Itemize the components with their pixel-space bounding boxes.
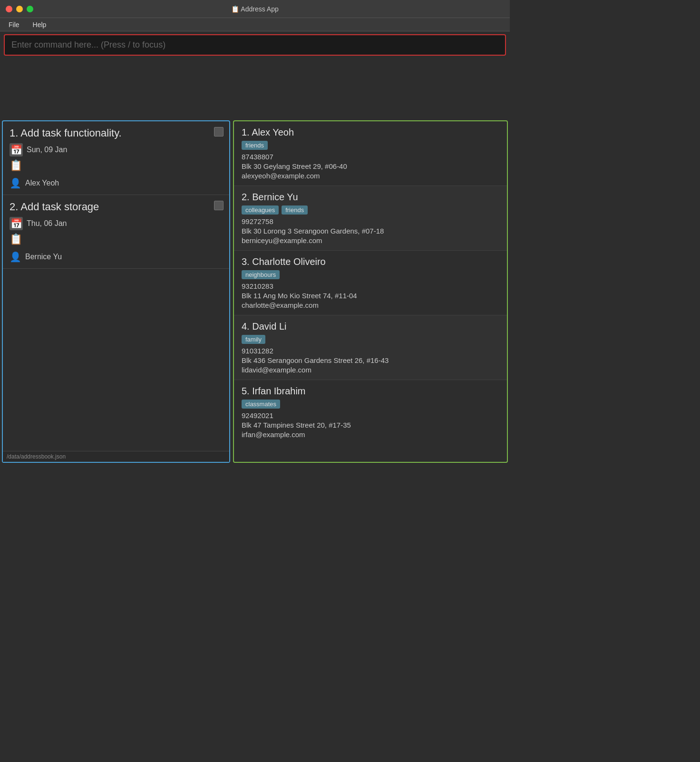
contact-phone: 92492021 — [242, 411, 499, 420]
contact-email: lidavid@example.com — [242, 366, 499, 374]
project-icon-1: 📋 — [10, 159, 223, 175]
contact-name: 3. Charlotte Oliveiro — [242, 256, 499, 267]
contact-tags: colleaguesfriends — [242, 205, 499, 215]
contact-tag: classmates — [242, 400, 280, 409]
contact-phone: 87438807 — [242, 153, 499, 161]
contact-tag: colleagues — [242, 205, 279, 215]
contact-tags: friends — [242, 141, 499, 150]
project-icon-2: 📋 — [10, 233, 223, 248]
contact-phone: 99272758 — [242, 217, 499, 225]
task-date-row-1: 📅 Sun, 09 Jan — [10, 143, 223, 156]
task-assignee-1: Alex Yeoh — [25, 179, 59, 187]
contact-tag: neighbours — [242, 270, 280, 279]
maximize-button[interactable] — [27, 6, 33, 12]
contact-name: 2. Bernice Yu — [242, 192, 499, 203]
command-input[interactable] — [4, 34, 506, 56]
contact-item: 4. David Lifamily91031282Blk 436 Serango… — [234, 315, 507, 380]
contact-address: Blk 30 Lorong 3 Serangoon Gardens, #07-1… — [242, 227, 499, 235]
task-assignee-row-1: 👤 Alex Yeoh — [10, 177, 223, 189]
contact-address: Blk 11 Ang Mo Kio Street 74, #11-04 — [242, 292, 499, 300]
status-bar: /data/addressbook.json — [3, 451, 229, 462]
contact-name: 1. Alex Yeoh — [242, 127, 499, 138]
task-assignee-row-2: 👤 Bernice Yu — [10, 251, 223, 263]
task-item: 2. Add task storage 📅 Thu, 06 Jan 📋 👤 Be… — [3, 195, 229, 269]
spacer-area — [0, 59, 510, 120]
contact-tags: neighbours — [242, 270, 499, 279]
contact-tag: friends — [242, 141, 268, 150]
contact-email: irfan@example.com — [242, 430, 499, 439]
task-checkbox-1[interactable] — [214, 127, 224, 137]
project-emoji-1: 📋 — [10, 159, 25, 175]
contact-tag: family — [242, 335, 265, 344]
task-checkbox-2[interactable] — [214, 201, 224, 210]
minimize-button[interactable] — [16, 6, 23, 12]
project-emoji-2: 📋 — [10, 233, 25, 248]
contact-tag: friends — [282, 205, 308, 215]
task-item: 1. Add task functionality. 📅 Sun, 09 Jan… — [3, 121, 229, 195]
title-bar: 📋 Address App — [0, 0, 510, 18]
calendar-icon-1: 📅 — [10, 143, 23, 156]
task-date-2: Thu, 06 Jan — [27, 219, 67, 228]
close-button[interactable] — [6, 6, 12, 12]
contact-item: 3. Charlotte Oliveironeighbours93210283B… — [234, 251, 507, 315]
status-text: /data/addressbook.json — [7, 453, 66, 460]
contact-email: charlotte@example.com — [242, 301, 499, 309]
main-content: 1. Add task functionality. 📅 Sun, 09 Jan… — [0, 120, 510, 465]
task-title-1: 1. Add task functionality. — [10, 127, 223, 139]
tasks-panel: 1. Add task functionality. 📅 Sun, 09 Jan… — [2, 120, 230, 463]
person-icon-1: 👤 — [10, 177, 21, 189]
person-icon-2: 👤 — [10, 251, 21, 263]
calendar-icon-2: 📅 — [10, 217, 23, 230]
contact-tags: family — [242, 335, 499, 344]
app-title: 📋 Address App — [231, 5, 279, 13]
menu-file[interactable]: File — [6, 20, 22, 29]
traffic-lights — [6, 6, 33, 12]
task-assignee-2: Bernice Yu — [25, 253, 62, 261]
contact-phone: 93210283 — [242, 282, 499, 290]
command-bar — [0, 31, 510, 59]
contact-item: 1. Alex Yeohfriends87438807Blk 30 Geylan… — [234, 121, 507, 186]
contact-name: 4. David Li — [242, 321, 499, 332]
contact-name: 5. Irfan Ibrahim — [242, 386, 499, 397]
contact-email: berniceyu@example.com — [242, 236, 499, 244]
contact-address: Blk 436 Serangoon Gardens Street 26, #16… — [242, 356, 499, 364]
contact-email: alexyeoh@example.com — [242, 172, 499, 180]
contact-item: 5. Irfan Ibrahimclassmates92492021Blk 47… — [234, 380, 507, 444]
contacts-panel: 1. Alex Yeohfriends87438807Blk 30 Geylan… — [233, 120, 508, 463]
contact-address: Blk 47 Tampines Street 20, #17-35 — [242, 421, 499, 429]
contact-address: Blk 30 Geylang Street 29, #06-40 — [242, 162, 499, 170]
contact-tags: classmates — [242, 400, 499, 409]
contact-phone: 91031282 — [242, 347, 499, 355]
task-date-row-2: 📅 Thu, 06 Jan — [10, 217, 223, 230]
contact-item: 2. Bernice Yucolleaguesfriends99272758Bl… — [234, 186, 507, 251]
task-title-2: 2. Add task storage — [10, 201, 223, 213]
menu-bar: File Help — [0, 18, 510, 31]
task-date-1: Sun, 09 Jan — [27, 146, 67, 154]
menu-help[interactable]: Help — [30, 20, 49, 29]
